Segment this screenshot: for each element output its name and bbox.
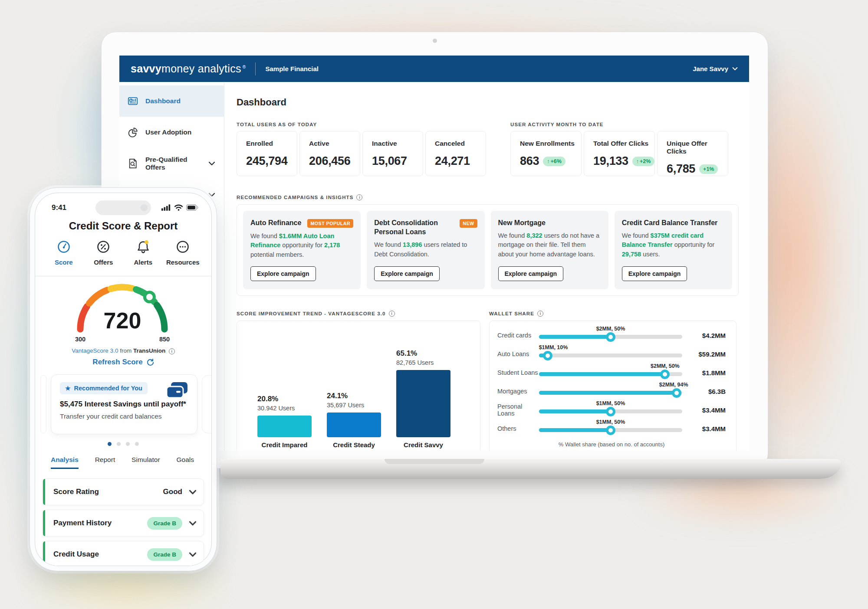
brand-light: money analytics [161,62,241,75]
stat-label: Total Offer Clicks [593,140,654,147]
tab-report[interactable]: Report [95,456,115,469]
carousel-dot[interactable] [108,442,112,446]
new-badge: NEW [460,219,477,228]
carousel-card-next[interactable] [202,375,212,433]
wifi-icon [174,204,183,211]
carousel-dot[interactable] [135,442,139,446]
wallet-total: $4.2MM [687,332,726,339]
carousel-dot[interactable] [117,442,121,446]
wallet-total: $59.2MM [687,350,726,358]
ellipsis-circle-icon [175,239,191,255]
info-icon[interactable]: i [169,348,175,354]
wallet-total: $3.4MM [687,425,726,432]
sidebar-item-pre-qualified-offers[interactable]: Pre-Qualified Offers [119,148,224,179]
wallet-footnote: % Wallet share (based on no. of accounts… [497,441,726,448]
wallet-row-mortgages: Mortgages $2MM, 94% $6.3B [497,382,726,401]
slider-value-label: $1MM, 50% [596,400,625,406]
tab-goals[interactable]: Goals [176,456,194,469]
wallet-slider[interactable]: $2MM, 94% [539,382,682,401]
accordion-label: Payment History [53,519,112,527]
accordion-row-score-rating[interactable]: Score Rating Good [43,478,204,505]
wallet-slider[interactable]: $2MM, 50% [539,326,682,345]
brand-logo[interactable]: savvymoney analytics® [131,62,246,75]
campaign-title: Credit Card Balance Transfer [622,218,718,227]
accordion-value: Good [163,488,182,496]
sidebar-item-label: User Adoption [145,128,191,136]
bell-icon [135,239,151,255]
score-gauge-icon [56,239,72,255]
phone-nav-score[interactable]: Score [44,239,84,266]
wallet-slider[interactable]: $2MM, 50% [539,363,682,382]
phone-nav-alerts[interactable]: Alerts [123,239,163,266]
explore-campaign-button[interactable]: Explore campaign [498,266,564,281]
percent-icon [95,239,111,255]
slider-knob[interactable] [606,426,615,435]
stat-card-active: Active 206,456 [299,131,360,176]
laptop-base [220,459,841,479]
explore-campaign-button[interactable]: Explore campaign [250,266,316,281]
grade-badge: Grade B [147,517,182,530]
campaigns-heading: RECOMMENDED CAMPAIGNS & INSIGHTS [237,195,353,200]
phone-frame: 9:41 Credit Score & Report [30,187,217,571]
webcam-dot [433,39,437,43]
up-arrow-icon: ↑ [547,158,549,164]
phone-nav-label: Offers [94,259,113,266]
explore-campaign-button[interactable]: Explore campaign [374,266,440,281]
accordion-row-payment-history[interactable]: Payment History Grade B [43,510,204,537]
up-arrow-icon: ↑ [636,158,639,164]
info-icon[interactable]: i [537,311,543,317]
delta-badge: ↑+2% [632,157,655,166]
chevron-down-icon [189,552,197,557]
slider-knob[interactable] [672,388,681,398]
campaign-title: Debt Consolidation Personal Loans [374,218,456,236]
wallet-slider[interactable]: $1MM, 50% [539,419,682,438]
campaign-body: We found 13,896 users related to Debt Co… [374,240,477,259]
stat-label: Inactive [372,140,423,147]
campaign-card-new-mortgage: New Mortgage We found 8,322 users do not… [491,211,608,289]
total-users-heading: TOTAL USERS AS OF TODAY [237,122,486,127]
wallet-slider[interactable]: $1MM, 10% [539,345,682,363]
slider-knob[interactable] [606,332,615,342]
phone-icon-nav: Score Offers Alerts [44,239,203,266]
user-activity-heading: USER ACTIVITY MONTH TO DATE [510,122,728,127]
wallet-slider[interactable]: $1MM, 50% [539,401,682,419]
carousel-dot[interactable] [126,442,130,446]
phone-nav-label: Resources [166,259,200,266]
phone-nav-resources[interactable]: Resources [163,239,203,266]
vantagescore-link[interactable]: VantageScore 3.0 [72,347,118,354]
slider-knob[interactable] [543,351,552,360]
info-icon[interactable]: i [389,311,395,317]
document-search-icon [127,158,138,169]
slider-knob[interactable] [606,407,615,416]
tab-analysis[interactable]: Analysis [51,456,79,469]
page-title: Dashboard [237,97,739,108]
refresh-score-label: Refresh Score [92,358,142,367]
battery-icon [186,204,198,211]
bar-group-credit-savvy: 65.1% 82,765 Users Credit Savvy [396,349,450,449]
brand-registered-mark: ® [243,65,246,69]
phone-nav-offers[interactable]: Offers [84,239,124,266]
recommended-offer-card[interactable]: ★Recommended for You $5,475 Interest Sav… [51,374,197,434]
slider-knob[interactable] [660,370,670,379]
sidebar-item-user-adoption[interactable]: User Adoption [119,117,224,148]
stat-card-inactive: Inactive 15,067 [362,131,423,176]
accordion-row-credit-usage[interactable]: Credit Usage Grade B [43,541,204,566]
user-menu[interactable]: Jane Savvy [693,65,738,72]
wallet-share-section: WALLET SHAREi Credit cards $2MM, 50% [489,311,736,451]
front-camera-dot [141,204,148,211]
dashboard-icon [127,95,138,107]
most-popular-badge: MOST POPULAR [307,219,353,228]
wallet-row-student-loans: Student Loans $2MM, 50% $1.8MM [497,363,726,382]
chevron-down-icon [189,490,197,494]
refresh-score-button[interactable]: Refresh Score [35,358,211,367]
info-icon[interactable]: i [356,194,362,200]
explore-campaign-button[interactable]: Explore campaign [622,266,687,281]
slider-fill [539,391,677,395]
recommended-badge-label: Recommended for You [74,385,142,392]
score-trend-heading: SCORE IMPROVEMENT TREND - VANTAGESCORE 3… [237,311,386,316]
tab-simulator[interactable]: Simulator [132,456,160,469]
wallet-category: Credit cards [497,332,539,339]
sidebar-item-dashboard[interactable]: Dashboard [119,85,224,117]
carousel-card-previous[interactable] [40,375,46,433]
bar-group-credit-impared: 20.8% 30.942 Users Credit Impared [257,395,312,449]
